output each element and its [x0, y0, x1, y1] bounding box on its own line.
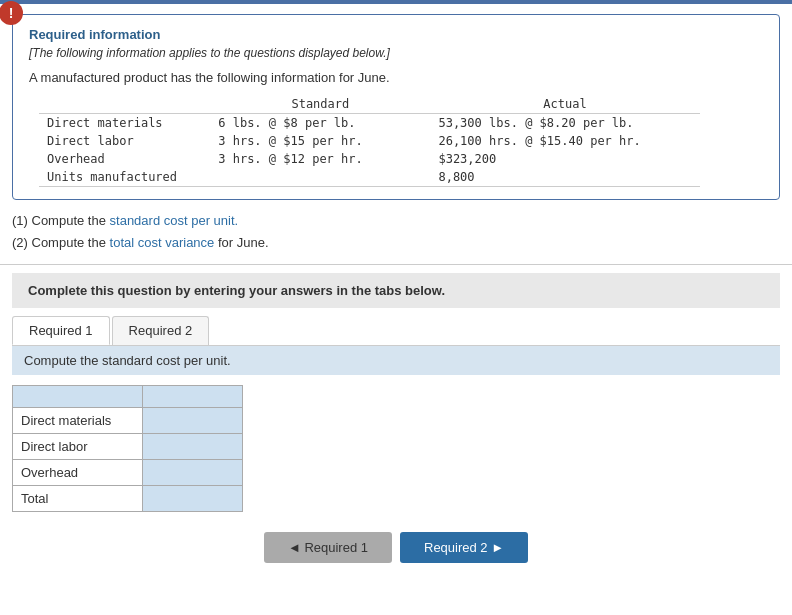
answer-label-direct-materials: Direct materials: [13, 408, 143, 434]
answer-table-wrap: Direct materials Direct labor Overhead T…: [12, 385, 780, 512]
tab-required-2[interactable]: Required 2: [112, 316, 210, 345]
input-overhead[interactable]: [143, 460, 242, 485]
info-sentence: A manufactured product has the following…: [29, 70, 763, 85]
info-table: Standard Actual Direct materials 6 lbs. …: [39, 95, 700, 187]
required-info-title: Required information: [29, 27, 763, 42]
table-row: Direct materials 6 lbs. @ $8 per lb. 53,…: [39, 114, 700, 133]
instruction-1: (1) Compute the standard cost per unit.: [12, 210, 780, 232]
answer-table: Direct materials Direct labor Overhead T…: [12, 385, 243, 512]
answer-input-direct-labor[interactable]: [143, 434, 243, 460]
answer-header-label: [13, 386, 143, 408]
complete-box: Complete this question by entering your …: [12, 273, 780, 308]
answer-input-total[interactable]: [143, 486, 243, 512]
info-icon: !: [0, 1, 23, 25]
answer-row-direct-materials: Direct materials: [13, 408, 243, 434]
row-label: Direct labor: [39, 132, 210, 150]
answer-input-direct-materials[interactable]: [143, 408, 243, 434]
row-label: Overhead: [39, 150, 210, 168]
table-row: Overhead 3 hrs. @ $12 per hr. $323,200: [39, 150, 700, 168]
row-actual: 53,300 lbs. @ $8.20 per lb.: [430, 114, 699, 133]
input-direct-labor[interactable]: [143, 434, 242, 459]
nav-buttons: ◄ Required 1 Required 2 ►: [0, 532, 792, 563]
answer-label-total: Total: [13, 486, 143, 512]
row-label: Direct materials: [39, 114, 210, 133]
answer-row-overhead: Overhead: [13, 460, 243, 486]
row-standard: 6 lbs. @ $8 per lb.: [210, 114, 430, 133]
answer-header-value: [143, 386, 243, 408]
answer-label-direct-labor: Direct labor: [13, 434, 143, 460]
instruction-2: (2) Compute the total cost variance for …: [12, 232, 780, 254]
instructions: (1) Compute the standard cost per unit. …: [12, 210, 780, 254]
answer-label-overhead: Overhead: [13, 460, 143, 486]
row-standard: [210, 168, 430, 187]
row-actual: 26,100 hrs. @ $15.40 per hr.: [430, 132, 699, 150]
tab-required-1[interactable]: Required 1: [12, 316, 110, 345]
top-border: [0, 0, 792, 4]
info-box: ! Required information [The following in…: [12, 14, 780, 200]
table-row: Units manufactured 8,800: [39, 168, 700, 187]
input-direct-materials[interactable]: [143, 408, 242, 433]
tabs-area: Required 1 Required 2: [12, 316, 780, 346]
row-actual: 8,800: [430, 168, 699, 187]
input-total[interactable]: [143, 486, 242, 511]
actual-header: Actual: [430, 95, 699, 114]
next-button[interactable]: Required 2 ►: [400, 532, 528, 563]
tabs-row: Required 1 Required 2: [12, 316, 780, 345]
divider: [0, 264, 792, 265]
row-standard: 3 hrs. @ $15 per hr.: [210, 132, 430, 150]
section-header: Compute the standard cost per unit.: [12, 346, 780, 375]
table-row: Direct labor 3 hrs. @ $15 per hr. 26,100…: [39, 132, 700, 150]
row-label: Units manufactured: [39, 168, 210, 187]
prev-button[interactable]: ◄ Required 1: [264, 532, 392, 563]
info-italic: [The following information applies to th…: [29, 46, 763, 60]
row-standard: 3 hrs. @ $12 per hr.: [210, 150, 430, 168]
answer-row-total: Total: [13, 486, 243, 512]
standard-header: Standard: [210, 95, 430, 114]
answer-row-direct-labor: Direct labor: [13, 434, 243, 460]
row-actual: $323,200: [430, 150, 699, 168]
answer-input-overhead[interactable]: [143, 460, 243, 486]
answer-header-row: [13, 386, 243, 408]
